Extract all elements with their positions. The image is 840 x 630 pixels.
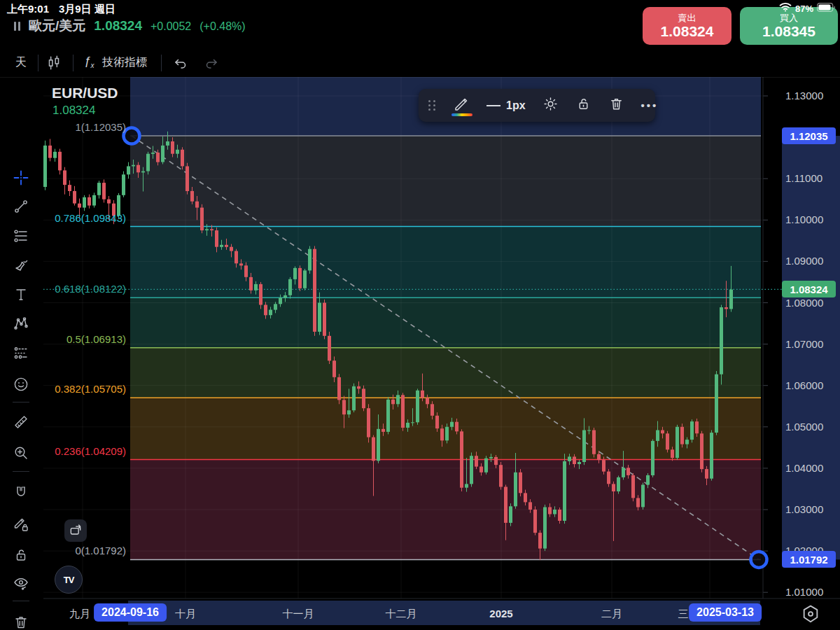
emoji-tool-icon[interactable] [13, 376, 29, 393]
time-axis-highlight [128, 601, 760, 625]
drag-handle-icon[interactable] [428, 100, 436, 111]
system-icons: 87% [779, 2, 836, 15]
tradingview-logo[interactable]: TV [55, 566, 83, 594]
trading-app: 上午9:01 3月9日 週日 87% 歐元/美元 1.08324 +0.0052… [0, 0, 840, 630]
fib-zone [130, 227, 761, 298]
battery-percent: 87% [795, 4, 813, 14]
fx-icon[interactable]: ƒx [84, 55, 94, 69]
sell-button[interactable]: 賣出 1.08324 [643, 7, 732, 45]
line-color-button[interactable] [453, 95, 470, 116]
drawing-sidebar [0, 77, 42, 630]
rotate-screen-button[interactable] [64, 519, 87, 542]
redo-button[interactable] [203, 55, 220, 74]
projection-tool-icon[interactable] [13, 344, 29, 361]
measure-tool-icon[interactable] [13, 414, 29, 430]
zoom-in-tool-icon[interactable] [13, 444, 29, 461]
fib-retracement-tool-icon[interactable] [13, 227, 29, 244]
symbol-name[interactable]: 歐元/美元 [29, 17, 85, 35]
buy-price: 1.08345 [762, 23, 816, 40]
chart-symbol-watermark: EUR/USD [52, 85, 118, 102]
price-axis-highlight [782, 136, 840, 559]
pause-icon[interactable] [14, 22, 20, 31]
wifi-icon [779, 2, 792, 15]
sell-price: 1.08324 [661, 23, 714, 40]
symbol-change-percent: (+0.48%) [200, 20, 245, 33]
chart-toolbar: 天 ƒx 技術指標 [0, 49, 840, 78]
line-sample-icon [486, 105, 500, 106]
chart-type-candles-button[interactable] [45, 54, 63, 75]
symbol-header: 歐元/美元 1.08324 +0.0052 (+0.48%) [14, 17, 246, 35]
status-date: 3月9日 週日 [59, 3, 115, 16]
drawing-context-toolbar: 1px ••• [419, 89, 655, 122]
lock-all-icon[interactable] [13, 547, 29, 564]
settings-gear-icon[interactable] [542, 96, 559, 115]
symbol-price: 1.08324 [94, 18, 142, 34]
drawing-lock-icon[interactable] [13, 516, 29, 533]
remove-drawings-icon[interactable] [13, 614, 29, 630]
brush-tool-icon[interactable] [13, 257, 29, 274]
more-options-icon[interactable]: ••• [641, 99, 659, 111]
fib-zone [130, 136, 761, 227]
symbol-change: +0.0052 [150, 20, 191, 33]
battery-icon [817, 2, 836, 15]
axis-settings-icon[interactable] [799, 603, 822, 628]
indicators-button[interactable]: 技術指標 [102, 55, 147, 70]
crosshair-tool-icon[interactable] [13, 169, 29, 186]
trend-handle-start[interactable] [124, 128, 140, 144]
fib-zone [130, 298, 761, 347]
line-width-button[interactable]: 1px [486, 99, 526, 112]
status-bar: 上午9:01 3月9日 週日 [7, 3, 115, 16]
color-gradient-bar [451, 113, 472, 116]
line-width-value: 1px [506, 99, 526, 112]
undo-button[interactable] [172, 55, 189, 74]
trend-line-tool-icon[interactable] [13, 198, 29, 215]
chart-price-watermark: 1.08324 [52, 104, 95, 118]
interval-button[interactable]: 天 [15, 55, 27, 70]
xabcd-pattern-tool-icon[interactable] [13, 315, 29, 332]
unlock-icon[interactable] [575, 96, 592, 115]
hide-drawings-icon[interactable] [13, 575, 29, 592]
magnet-tool-icon[interactable] [13, 484, 29, 501]
text-tool-icon[interactable] [13, 286, 29, 303]
trend-handle-end[interactable] [751, 552, 767, 568]
fib-zone [130, 348, 761, 398]
delete-drawing-icon[interactable] [608, 96, 624, 115]
status-time: 上午9:01 [7, 3, 49, 16]
sell-label: 賣出 [678, 13, 696, 23]
